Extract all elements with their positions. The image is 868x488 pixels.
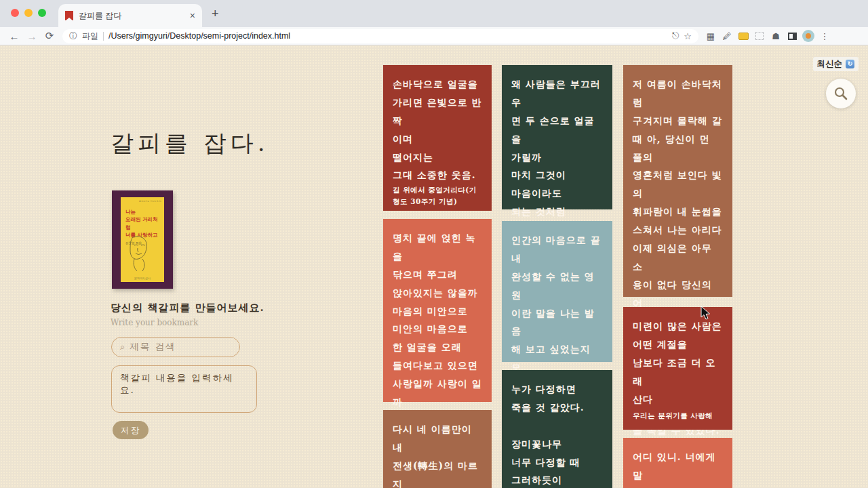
quote-card[interactable]: 누가 다정하면 죽을 것 같았다. 장미꽃나무 너무 다정할 때 그러하듯이 저… <box>502 370 612 488</box>
zoom-window-button[interactable] <box>38 9 46 17</box>
extension-grid-icon[interactable]: ▦ <box>703 31 719 41</box>
tab-strip: 갈피를 잡다 × + <box>0 0 868 27</box>
address-bar[interactable]: ⓘ 파일 /Users/gimgyuri/Desktop/semi-projec… <box>62 29 698 43</box>
quote-source: 우리는 분위기를 사랑해 <box>633 410 723 422</box>
memo-placeholder: 책갈피 내용을 입력하세요. <box>120 372 234 395</box>
close-window-button[interactable] <box>11 9 19 17</box>
page-title: 갈피를 잡다. <box>111 128 269 159</box>
bookmark-content-textarea[interactable]: 책갈피 내용을 입력하세요. <box>111 365 257 413</box>
search-placeholder: 제목 검색 <box>130 341 176 353</box>
quote-source: 길 위에서 중얼거리다(기형도 30주기 기념) <box>393 184 482 207</box>
quote-card[interactable]: 명치 끝에 얹힌 녹을 닦으며 쭈그려 앉아있지는 않을까 마음의 미안으로 미… <box>383 219 492 402</box>
quote-text: 왜 사람들은 부끄러우 면 두 손으로 얼굴을 가릴까 마치 그것이 마음이라도… <box>511 75 603 221</box>
side-panel-icon[interactable] <box>784 31 800 41</box>
bookmark-page: 최신순 ↻ 갈피를 잡다. 문학과지성 시인선 R 02 나는 오래된 거리처럼… <box>0 45 868 488</box>
bookmark-favicon-icon <box>65 11 73 20</box>
quote-card[interactable]: 어디 있니. 너에게 말 을 붙이려고 왔어. 내 목소리 들리니. 인생 <box>623 438 732 488</box>
minimize-window-button[interactable] <box>24 9 33 17</box>
title-search-input[interactable]: ⌕ 제목 검색 <box>111 337 240 357</box>
book-series-label: 문학과지성 시인선 R 02 <box>139 200 161 203</box>
magnifier-icon <box>833 86 848 101</box>
book-face-illustration-icon <box>125 233 153 272</box>
make-bookmark-heading: 당신의 책갈피를 만들어보세요. <box>111 302 264 314</box>
quote-card[interactable]: 손바닥으로 얼굴을 가리면 은빛으로 반짝 이며 떨어지는 그대 소중한 웃음.… <box>383 65 492 211</box>
book-publisher: 문학과지성사 <box>134 277 151 280</box>
reload-icon[interactable]: ⟳ <box>41 30 58 42</box>
quote-card[interactable]: 저 여름이 손바닥처럼 구겨지며 몰락해 갈 때 아, 당신이 먼 풀의 영혼처… <box>623 65 732 297</box>
back-icon[interactable]: ← <box>5 30 23 42</box>
tab-title: 갈피를 잡다 <box>79 10 184 22</box>
share-icon[interactable]: ⎋ <box>672 30 679 41</box>
page-info-icon[interactable]: ⓘ <box>69 30 77 42</box>
url-text[interactable]: /Users/gimgyuri/Desktop/semi-project/ind… <box>108 31 667 41</box>
browser-menu-icon[interactable]: ⋮ <box>816 31 833 41</box>
sort-refresh-icon: ↻ <box>846 60 854 68</box>
url-scheme-label: 파일 <box>82 30 98 42</box>
browser-toolbar: ← → ⟳ ⓘ 파일 /Users/gimgyuri/Desktop/semi-… <box>0 27 868 45</box>
write-bookmark-caption: Write your bookmark <box>111 318 198 327</box>
book-cover[interactable]: 문학과지성 시인선 R 02 나는 오래된 거리처럼 너를 사랑하고 진은영 지… <box>112 190 173 289</box>
quote-text: 다시 네 이름만이 내 전생(轉生)의 마르지 않는 고해이다. 그대여, <box>393 420 482 488</box>
save-button[interactable]: 저장 <box>113 421 149 439</box>
browser-tab[interactable]: 갈피를 잡다 × <box>58 4 202 27</box>
url-divider <box>103 32 104 41</box>
search-input-icon: ⌕ <box>120 342 125 352</box>
quote-text: 어디 있니. 너에게 말 을 붙이려고 왔어. 내 목소리 들리니. 인생 <box>633 448 723 488</box>
extension-notes-icon[interactable] <box>735 31 751 41</box>
quote-card[interactable]: 다시 네 이름만이 내 전생(轉生)의 마르지 않는 고해이다. 그대여, <box>383 410 492 488</box>
quote-text: 손바닥으로 얼굴을 가리면 은빛으로 반짝 이며 떨어지는 그대 소중한 웃음. <box>393 75 482 184</box>
sort-latest-button[interactable]: 최신순 ↻ <box>813 57 859 71</box>
extension-eyedropper-icon[interactable]: 🖉 <box>719 31 735 41</box>
quote-text: 명치 끝에 얹힌 녹을 닦으며 쭈그려 앉아있지는 않을까 마음의 미안으로 미… <box>393 229 482 411</box>
extension-screenshot-icon[interactable] <box>751 31 768 41</box>
tab-close-icon[interactable]: × <box>190 10 195 21</box>
forward-icon[interactable]: → <box>23 30 41 42</box>
search-fab-button[interactable] <box>826 79 856 108</box>
new-tab-button[interactable]: + <box>212 7 219 20</box>
quote-card[interactable]: 미련이 많은 사람은 어떤 계절을 남보다 조금 더 오래 산다 우리는 분위기… <box>623 307 732 430</box>
sort-label: 최신순 <box>817 58 843 70</box>
book-cover-inner: 문학과지성 시인선 R 02 나는 오래된 거리처럼 너를 사랑하고 진은영 지… <box>121 197 164 282</box>
quote-text: 미련이 많은 사람은 어떤 계절을 남보다 조금 더 오래 산다 <box>633 317 723 408</box>
bookmark-star-icon[interactable]: ☆ <box>684 31 692 41</box>
quote-card[interactable]: 인간의 마음으로 끝내 완성할 수 없는 영원 이란 말을 나는 발음 해 보고… <box>502 221 612 362</box>
quote-card[interactable]: 왜 사람들은 부끄러우 면 두 손으로 얼굴을 가릴까 마치 그것이 마음이라도… <box>502 65 612 209</box>
profile-avatar[interactable] <box>802 30 814 42</box>
quote-text: 누가 다정하면 죽을 것 같았다. 장미꽃나무 너무 다정할 때 그러하듯이 저… <box>511 380 603 488</box>
extensions-puzzle-icon[interactable]: ☗ <box>768 31 784 41</box>
